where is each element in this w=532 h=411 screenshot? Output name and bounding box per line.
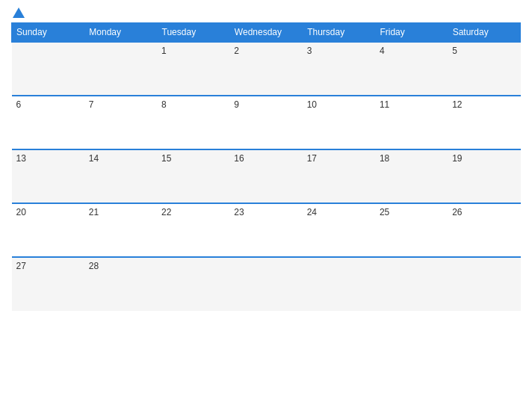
day-cell: 16 <box>229 149 302 203</box>
day-cell: 9 <box>229 96 302 149</box>
day-number: 24 <box>307 207 317 217</box>
day-cell: 2 <box>229 42 302 96</box>
header <box>11 7 521 18</box>
week-row-1: 12345 <box>12 42 521 96</box>
empty-cell <box>229 257 302 311</box>
weekday-header-thursday: Thursday <box>303 23 375 43</box>
day-number: 19 <box>452 153 462 164</box>
day-cell: 12 <box>448 96 520 149</box>
day-number: 27 <box>16 261 26 271</box>
day-cell: 26 <box>448 203 520 257</box>
day-cell: 20 <box>12 203 84 257</box>
day-number: 23 <box>234 207 244 217</box>
day-cell: 23 <box>229 203 302 257</box>
weekday-header-wednesday: Wednesday <box>229 23 302 43</box>
day-cell: 27 <box>12 257 84 311</box>
empty-cell <box>157 257 229 311</box>
day-number: 17 <box>307 153 317 164</box>
day-number: 9 <box>234 99 239 110</box>
day-number: 21 <box>89 207 99 217</box>
day-number: 12 <box>452 99 462 110</box>
day-cell: 24 <box>303 203 375 257</box>
day-number: 28 <box>89 261 99 271</box>
day-number: 4 <box>380 46 385 56</box>
day-cell: 14 <box>84 149 157 203</box>
weekday-header-sunday: Sunday <box>12 23 84 43</box>
day-cell: 25 <box>375 203 448 257</box>
day-cell: 6 <box>12 96 84 149</box>
weekday-header-friday: Friday <box>375 23 448 43</box>
day-number: 20 <box>16 207 26 217</box>
day-number: 8 <box>161 99 167 110</box>
week-row-2: 6789101112 <box>12 96 521 149</box>
day-number: 1 <box>161 46 167 56</box>
day-number: 22 <box>161 207 171 217</box>
calendar-table: SundayMondayTuesdayWednesdayThursdayFrid… <box>11 22 521 311</box>
day-cell: 22 <box>157 203 229 257</box>
weekday-header-saturday: Saturday <box>448 23 520 43</box>
day-cell: 8 <box>157 96 229 149</box>
day-number: 13 <box>16 153 26 164</box>
day-cell: 10 <box>303 96 375 149</box>
day-cell: 13 <box>12 149 84 203</box>
day-number: 11 <box>380 99 389 110</box>
weekday-header-monday: Monday <box>84 23 157 43</box>
day-number: 14 <box>89 153 99 164</box>
day-number: 16 <box>234 153 244 164</box>
logo <box>11 7 25 18</box>
day-number: 2 <box>234 46 239 56</box>
day-number: 5 <box>452 46 457 56</box>
day-cell: 28 <box>84 257 157 311</box>
logo-triangle-icon <box>13 7 25 18</box>
week-row-5: 2728 <box>12 257 521 311</box>
week-row-3: 13141516171819 <box>12 149 521 203</box>
day-cell: 1 <box>157 42 229 96</box>
day-cell: 18 <box>375 149 448 203</box>
calendar-page: SundayMondayTuesdayWednesdayThursdayFrid… <box>0 0 532 411</box>
day-cell: 4 <box>375 42 448 96</box>
day-number: 6 <box>16 99 22 110</box>
day-cell: 11 <box>375 96 448 149</box>
day-cell: 19 <box>448 149 520 203</box>
weekday-header-row: SundayMondayTuesdayWednesdayThursdayFrid… <box>12 23 521 43</box>
day-number: 3 <box>307 46 312 56</box>
day-cell: 17 <box>303 149 375 203</box>
day-cell: 15 <box>157 149 229 203</box>
empty-cell <box>303 257 375 311</box>
week-row-4: 20212223242526 <box>12 203 521 257</box>
day-cell: 5 <box>448 42 520 96</box>
day-number: 7 <box>89 99 94 110</box>
day-number: 26 <box>452 207 462 217</box>
empty-cell <box>375 257 448 311</box>
day-number: 10 <box>307 99 317 110</box>
day-number: 18 <box>380 153 389 164</box>
day-cell: 3 <box>303 42 375 96</box>
day-number: 25 <box>380 207 389 217</box>
day-cell: 21 <box>84 203 157 257</box>
weekday-header-tuesday: Tuesday <box>157 23 229 43</box>
empty-cell <box>448 257 520 311</box>
day-number: 15 <box>161 153 171 164</box>
empty-cell <box>12 42 84 96</box>
day-cell: 7 <box>84 96 157 149</box>
empty-cell <box>84 42 157 96</box>
